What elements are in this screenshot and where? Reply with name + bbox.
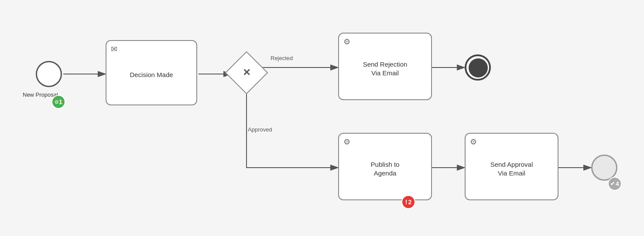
bpmn-canvas: ⊙ 1 New Proposal Decision Made ✕ Rejecte… bbox=[0, 0, 644, 236]
publish-agenda-label: Publish to Agenda bbox=[367, 160, 404, 177]
publish-agenda-badge: ! 2 bbox=[401, 195, 415, 209]
start-event[interactable] bbox=[36, 61, 62, 87]
rejected-label: Rejected bbox=[271, 55, 293, 61]
send-approval-task[interactable]: Send Approval Via Email bbox=[465, 133, 558, 200]
end-rejection-event[interactable] bbox=[465, 54, 491, 81]
end-approval-badge: ✔ 4 bbox=[608, 177, 622, 191]
publish-agenda-gear-icon bbox=[343, 137, 350, 147]
arrows-svg bbox=[0, 0, 644, 236]
end-approval-badge-label: 4 bbox=[616, 180, 619, 187]
start-badge: ⊙ 1 bbox=[51, 95, 65, 109]
publish-agenda-task[interactable]: Publish to Agenda bbox=[338, 133, 432, 200]
gateway[interactable]: ✕ bbox=[225, 51, 268, 94]
decision-made-label: Decision Made bbox=[125, 71, 177, 79]
publish-agenda-badge-label: 2 bbox=[408, 199, 411, 206]
send-rejection-task[interactable]: Send Rejection Via Email bbox=[338, 33, 432, 100]
send-approval-label: Send Approval Via Email bbox=[486, 160, 538, 177]
mail-icon bbox=[111, 44, 117, 54]
start-badge-label: 1 bbox=[59, 98, 62, 105]
decision-made-task[interactable]: Decision Made bbox=[106, 40, 197, 105]
end-rejection-inner bbox=[469, 58, 488, 78]
send-rejection-label: Send Rejection Via Email bbox=[359, 60, 412, 77]
approved-label: Approved bbox=[248, 126, 272, 133]
end-approval-check-icon: ✔ bbox=[610, 181, 615, 187]
publish-agenda-badge-icon: ! bbox=[405, 199, 408, 206]
start-badge-icon: ⊙ bbox=[55, 99, 58, 105]
gateway-symbol: ✕ bbox=[243, 67, 250, 78]
send-approval-gear-icon bbox=[470, 137, 477, 147]
send-rejection-gear-icon bbox=[343, 37, 350, 47]
start-event-label: New Proposal bbox=[23, 91, 58, 98]
